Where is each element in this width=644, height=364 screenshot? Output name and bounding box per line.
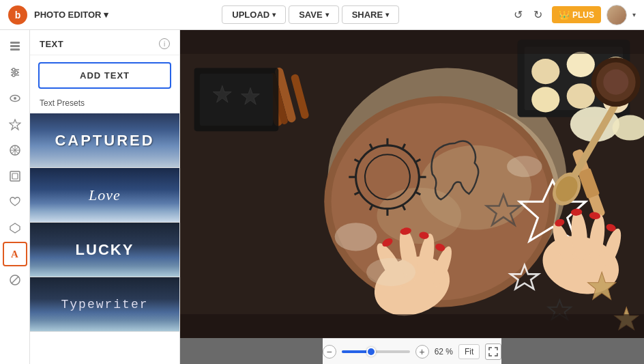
svg-point-6 [12, 68, 15, 71]
svg-point-90 [603, 70, 628, 95]
zoom-plus-button[interactable]: + [415, 345, 429, 359]
redo-button[interactable]: ↻ [529, 5, 546, 24]
bottom-bar: − + 62 % Fit [323, 338, 502, 364]
user-avatar[interactable] [606, 5, 627, 25]
save-label: SAVE [299, 10, 322, 20]
save-arrow: ▾ [325, 11, 329, 18]
preset-captured-text: CAPTURED [55, 132, 154, 150]
app-title-group[interactable]: PHOTO EDITOR ▾ [34, 10, 108, 20]
svg-point-8 [12, 74, 15, 76]
svg-rect-2 [10, 48, 20, 51]
icon-rail: A [0, 30, 30, 364]
presets-label: Text Presets [30, 96, 179, 113]
svg-rect-0 [10, 42, 20, 44]
app-title-text: PHOTO EDITOR [34, 10, 101, 20]
zoom-minus-button[interactable]: − [323, 345, 336, 359]
svg-point-95 [366, 258, 415, 286]
topbar-right: ↺ ↻ 👑 PLUS ▾ [510, 5, 636, 25]
heart-icon[interactable] [3, 190, 27, 214]
app-title-arrow: ▾ [104, 10, 108, 20]
frame-icon[interactable] [3, 164, 27, 188]
plus-label: PLUS [572, 10, 594, 20]
canvas-area: − + 62 % Fit [180, 30, 644, 364]
upload-arrow: ▾ [272, 11, 276, 18]
photo-canvas [180, 30, 644, 338]
text-panel: TEXT i ADD TEXT Text Presets CAPTURED Lo… [30, 30, 180, 364]
star-icon[interactable] [3, 112, 27, 137]
layers-icon[interactable] [3, 34, 27, 59]
share-button[interactable]: SHARE ▾ [342, 5, 400, 24]
svg-rect-1 [10, 45, 20, 47]
text-icon[interactable]: A [3, 242, 27, 266]
panel-title: TEXT [40, 39, 63, 49]
preset-love[interactable]: Love [30, 168, 179, 223]
preset-typewriter-text: Typewriter [61, 298, 148, 311]
svg-point-32 [567, 52, 595, 77]
zoom-percentage: 62 % [435, 347, 453, 356]
plus-button[interactable]: 👑 PLUS [552, 6, 601, 23]
preset-lucky[interactable]: LUCKY [30, 223, 179, 277]
svg-point-34 [531, 87, 559, 112]
app-logo[interactable]: b [8, 5, 27, 25]
shape-icon[interactable] [3, 216, 27, 240]
zoom-slider-track[interactable] [342, 350, 410, 353]
svg-marker-19 [10, 223, 20, 233]
svg-rect-17 [10, 171, 20, 181]
svg-rect-97 [180, 314, 644, 338]
zoom-slider-thumb[interactable] [366, 347, 376, 356]
zoom-controls: − + 62 % Fit [323, 344, 502, 360]
topbar-center: UPLOAD ▾ SAVE ▾ SHARE ▾ [118, 5, 503, 24]
erase-icon[interactable] [3, 268, 27, 292]
fit-button[interactable]: Fit [458, 344, 480, 359]
panel-header: TEXT i [30, 30, 179, 55]
preset-typewriter[interactable]: Typewriter [30, 277, 179, 332]
svg-point-93 [335, 223, 377, 251]
main-area: A TEXT i ADD TEXT Text Presets CAPTURED … [0, 30, 644, 364]
undo-redo-group: ↺ ↻ [510, 5, 546, 24]
svg-rect-96 [180, 30, 644, 54]
svg-rect-18 [12, 173, 18, 179]
panel-info-button[interactable]: i [159, 38, 170, 49]
preset-lucky-text: LUCKY [76, 241, 134, 259]
share-arrow: ▾ [385, 11, 389, 18]
upload-button[interactable]: UPLOAD ▾ [222, 5, 286, 24]
undo-button[interactable]: ↺ [510, 5, 527, 24]
zoom-slider-fill [342, 350, 368, 353]
svg-point-28 [377, 188, 461, 244]
preset-cards-list: CAPTURED Love LUCKY Typewriter [30, 113, 179, 332]
topbar: b PHOTO EDITOR ▾ UPLOAD ▾ SAVE ▾ SHARE ▾… [0, 0, 644, 30]
avatar-arrow[interactable]: ▾ [632, 11, 636, 18]
text-icon-letter: A [11, 249, 18, 260]
svg-marker-11 [10, 120, 20, 130]
svg-point-35 [567, 83, 595, 109]
upload-label: UPLOAD [232, 10, 269, 20]
svg-point-10 [14, 97, 16, 100]
eye-icon[interactable] [3, 86, 27, 111]
svg-rect-44 [200, 74, 273, 126]
svg-line-21 [12, 277, 18, 283]
svg-point-31 [531, 59, 559, 84]
preset-captured[interactable]: CAPTURED [30, 113, 179, 168]
share-label: SHARE [352, 10, 383, 20]
add-text-button[interactable]: ADD TEXT [38, 62, 171, 89]
preset-love-text: Love [89, 186, 121, 204]
svg-point-7 [15, 71, 18, 74]
svg-point-94 [507, 156, 542, 177]
adjustments-icon[interactable] [3, 60, 27, 85]
photo-image [180, 30, 644, 338]
fullscreen-button[interactable] [485, 344, 501, 360]
save-button[interactable]: SAVE ▾ [289, 5, 338, 24]
logo-letter: b [15, 10, 21, 20]
effects-icon[interactable] [3, 138, 27, 163]
